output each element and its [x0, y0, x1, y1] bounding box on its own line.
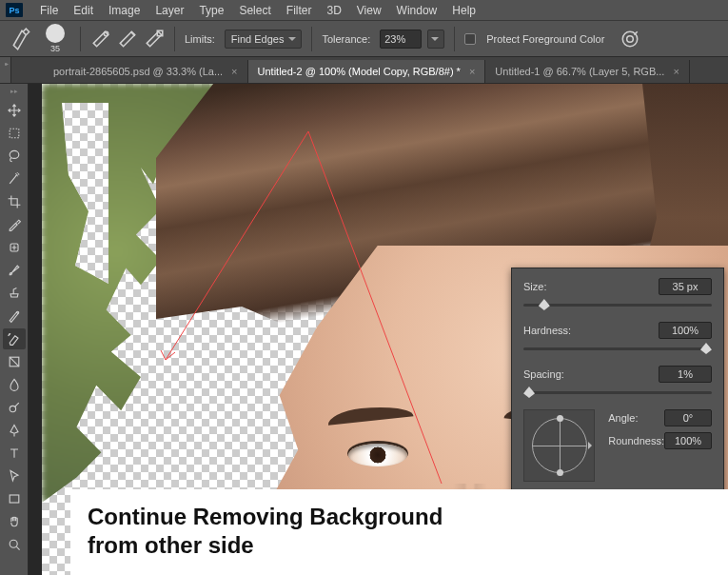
limits-select[interactable]: Find Edges [225, 30, 303, 49]
lasso-tool[interactable] [3, 146, 26, 167]
marquee-tool[interactable] [3, 123, 26, 144]
protect-foreground-label: Protect Foreground Color [486, 33, 604, 45]
quick-select-tool[interactable] [3, 169, 26, 189]
separator [174, 27, 175, 51]
hand-tool[interactable] [3, 511, 26, 532]
menu-3d[interactable]: 3D [319, 4, 348, 17]
roundness-label: Roundness: [608, 435, 664, 446]
tab-label: Untitled-1 @ 66.7% (Layer 5, RGB... [495, 66, 664, 77]
background-eraser-tool[interactable] [3, 328, 26, 349]
angle-field[interactable]: 0° [664, 409, 712, 426]
svg-point-11 [10, 540, 17, 547]
tolerance-label: Tolerance: [322, 33, 370, 45]
svg-point-9 [10, 406, 15, 411]
roundness-field[interactable]: 100% [664, 432, 712, 449]
svg-point-0 [104, 31, 108, 35]
history-brush-tool[interactable] [3, 306, 26, 327]
close-icon[interactable]: × [469, 66, 475, 77]
menu-edit[interactable]: Edit [66, 4, 101, 17]
size-field[interactable]: 35 px [659, 278, 712, 295]
tolerance-dropdown[interactable] [427, 30, 444, 49]
brush-preset-picker[interactable]: 35 [40, 24, 70, 53]
menu-type[interactable]: Type [191, 4, 231, 17]
svg-rect-4 [10, 129, 19, 138]
active-tool-indicator[interactable] [10, 29, 34, 50]
zoom-tool[interactable] [3, 534, 26, 555]
document-tab-row: portrait-2865605.psd @ 33.3% (La... × Un… [0, 57, 728, 84]
workspace: ▸▸ [0, 84, 728, 575]
rectangle-tool[interactable] [3, 488, 26, 509]
spacing-label: Spacing: [523, 368, 564, 380]
spacing-field[interactable]: 1% [659, 366, 712, 383]
panel-collapse-strip[interactable] [0, 57, 11, 83]
document-tab[interactable]: Untitled-2 @ 100% (Model Copy, RGB/8#) *… [248, 60, 486, 83]
instruction-line: from other side [88, 531, 711, 560]
menu-image[interactable]: Image [101, 4, 148, 17]
brush-preview-dot [46, 24, 65, 43]
menu-view[interactable]: View [349, 4, 389, 17]
brush-size-readout: 35 [50, 44, 60, 53]
app-logo: Ps [6, 3, 23, 17]
tools-panel: ▸▸ [0, 84, 29, 575]
sampling-once-icon[interactable] [117, 30, 138, 49]
document-tab[interactable]: portrait-2865605.psd @ 33.3% (La... × [44, 60, 248, 83]
menu-select[interactable]: Select [231, 4, 278, 17]
menu-file[interactable]: File [32, 4, 66, 17]
brush-tool[interactable] [3, 260, 26, 281]
menu-layer[interactable]: Layer [148, 4, 191, 17]
menu-bar: Ps File Edit Image Layer Type Select Fil… [0, 0, 728, 21]
svg-point-5 [10, 150, 19, 158]
separator [311, 27, 312, 51]
close-icon[interactable]: × [673, 66, 679, 77]
canvas-area[interactable]: Size: 35 px Hardness: 100% Spacing: 1% [29, 84, 728, 575]
separator [80, 27, 81, 51]
blur-tool[interactable] [3, 374, 26, 395]
menu-filter[interactable]: Filter [279, 4, 320, 17]
sampling-continuous-icon[interactable] [90, 30, 111, 49]
svg-point-3 [627, 35, 634, 42]
size-label: Size: [523, 281, 546, 292]
limits-label: Limits: [185, 33, 215, 45]
angle-label: Angle: [608, 412, 638, 424]
tolerance-field[interactable]: 23% [380, 30, 422, 49]
protect-foreground-checkbox[interactable] [464, 33, 476, 45]
instruction-line: Continue Removing Background [88, 503, 711, 531]
healing-brush-tool[interactable] [3, 237, 26, 258]
brush-angle-widget[interactable] [523, 409, 595, 482]
close-icon[interactable]: × [231, 66, 237, 77]
sampling-swatch-icon[interactable] [144, 30, 165, 49]
path-select-tool[interactable] [3, 466, 26, 486]
hardness-label: Hardness: [523, 325, 571, 336]
dodge-tool[interactable] [3, 397, 26, 418]
pressure-size-icon[interactable] [620, 30, 640, 49]
hardness-slider[interactable] [523, 343, 712, 356]
move-tool[interactable] [3, 100, 26, 121]
gradient-tool[interactable] [3, 351, 26, 372]
tab-label: Untitled-2 @ 100% (Model Copy, RGB/8#) * [258, 66, 461, 77]
crop-tool[interactable] [3, 191, 26, 212]
svg-rect-10 [10, 495, 19, 503]
toolbar-collapse-icon[interactable]: ▸▸ [10, 88, 18, 95]
hardness-field[interactable]: 100% [659, 322, 712, 339]
type-tool[interactable] [3, 443, 26, 464]
eyedropper-tool[interactable] [3, 214, 26, 235]
options-bar: 35 Limits: Find Edges Tolerance: 23% Pro… [0, 21, 728, 57]
brush-settings-panel[interactable]: Size: 35 px Hardness: 100% Spacing: 1% [511, 268, 724, 494]
tab-label: portrait-2865605.psd @ 33.3% (La... [53, 66, 223, 77]
spacing-slider[interactable] [523, 387, 712, 400]
menu-help[interactable]: Help [444, 4, 483, 17]
separator [454, 27, 455, 51]
document-tab[interactable]: Untitled-1 @ 66.7% (Layer 5, RGB... × [485, 60, 690, 83]
menu-window[interactable]: Window [389, 4, 445, 17]
clone-stamp-tool[interactable] [3, 283, 26, 304]
instruction-overlay: Continue Removing Background from other … [70, 489, 728, 575]
pen-tool[interactable] [3, 420, 26, 441]
size-slider[interactable] [523, 299, 712, 312]
